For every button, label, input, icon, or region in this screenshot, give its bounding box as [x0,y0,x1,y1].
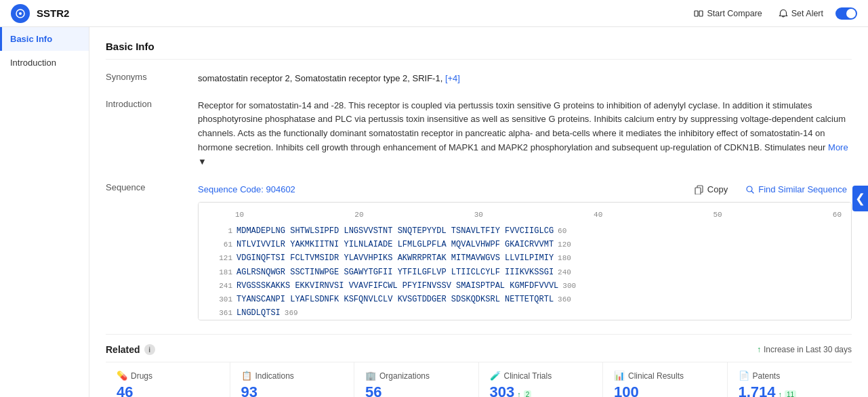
seq-line-61: 61 NTLVIVVILR YAKMKIITNI YILNLAIADE LFML… [208,238,842,251]
alert-toggle[interactable] [835,7,857,20]
seq-ruler: 10 20 30 40 50 60 [208,209,842,224]
copy-icon [695,185,704,194]
clinical-results-icon: 📊 [614,371,625,381]
synonyms-label: Synonyms [106,72,187,85]
indications-icon: 📋 [241,371,252,381]
seq-line-181: 181 AGLRSNQWGR SSCTINWPGE SGAWYTGFII YTF… [208,266,842,279]
introduction-row: Introduction Receptor for somatostatin-1… [106,99,852,169]
section-title: Basic Info [106,41,852,60]
compare-icon [694,9,703,18]
sequence-section: Sequence Code: 904602 Copy Find Similar … [198,182,852,320]
stat-indications[interactable]: 📋 Indications 93 [230,362,355,397]
seq-line-301: 301 TYANSCANPI LYAFLSDNFK KSFQNVLCLV KVS… [208,293,842,306]
sequence-code-link[interactable]: Sequence Code: 904602 [198,183,295,196]
copy-button[interactable]: Copy [690,182,732,196]
related-title: Related i [106,344,155,355]
header: SSTR2 Start Compare Set Alert [0,0,868,27]
related-info-icon[interactable]: i [144,344,155,355]
stat-clinical-trials[interactable]: 🧪 Clinical Trials 303 ↑ 2 [479,362,604,397]
sequence-label: Sequence [106,182,187,320]
set-alert-button[interactable]: Set Alert [774,6,827,21]
stat-drugs[interactable]: 💊 Drugs 46 [106,362,230,397]
drugs-icon: 💊 [117,371,127,381]
seq-line-121: 121 VDGINQFTSI FCLTVMSIDR YLAVVHPIKS AKW… [208,252,842,265]
alert-icon [779,9,788,18]
clinical-trials-trend-icon: ↑ [517,390,521,397]
organizations-icon: 🏢 [365,371,376,381]
content-area: Basic Info Synonyms somatostatin recepto… [89,27,868,397]
start-compare-button[interactable]: Start Compare [690,6,766,21]
right-panel-toggle[interactable]: ❮ [852,186,868,211]
find-similar-icon [745,185,755,194]
synonyms-row: Synonyms somatostatin receptor 2, Somato… [106,72,852,85]
patents-icon: 📄 [739,371,749,381]
expand-icon: ▼ [198,156,207,167]
svg-rect-5 [695,188,701,194]
sequence-row: Sequence Sequence Code: 904602 Copy Find… [106,182,852,320]
intro-value: Receptor for somatostatin-14 and -28. Th… [198,99,852,169]
patents-trend-icon: ↑ [779,390,783,397]
svg-point-1 [19,12,22,15]
stat-clinical-results[interactable]: 📊 Clinical Results 100 [603,362,728,397]
synonyms-value: somatostatin receptor 2, Somatostatin re… [198,72,852,85]
trend-label: ↑ Increase in Last 30 days [757,345,852,354]
sidebar-item-basic-info[interactable]: Basic Info [0,27,89,51]
sidebar-item-introduction[interactable]: Introduction [0,51,89,75]
sequence-box[interactable]: 10 20 30 40 50 60 1 MDMADEPLNG SHTWLSIPF… [198,202,852,320]
seq-line-361: 361 LNGDLQTSI 369 [208,307,842,320]
synonyms-more-link[interactable]: [+4] [445,73,460,83]
sidebar: Basic Info Introduction [0,27,89,397]
header-right: Start Compare Set Alert [690,6,857,21]
seq-line-241: 241 RVGSSSKAKKS EKKVIRNVSI VVAVFIFCWL PF… [208,280,842,293]
trend-arrow-icon: ↑ [757,345,761,354]
app-logo [11,4,30,23]
main-layout: Basic Info Introduction Basic Info Synon… [0,27,868,397]
intro-label: Introduction [106,99,187,169]
intro-more-link[interactable]: More [828,142,848,152]
header-left: SSTR2 [11,4,69,23]
svg-rect-3 [699,11,703,16]
seq-line-1: 1 MDMADEPLNG SHTWLSIPFD LNGSVVSTNT SNQTE… [208,225,842,238]
stats-grid: 💊 Drugs 46 📋 Indications 93 🏢 [106,362,852,397]
stat-organizations[interactable]: 🏢 Organizations 56 [354,362,479,397]
svg-rect-2 [695,11,698,16]
find-similar-button[interactable]: Find Similar Sequence [741,182,852,196]
page-title: SSTR2 [37,7,69,19]
sequence-actions: Copy Find Similar Sequence [690,182,852,196]
clinical-trials-icon: 🧪 [490,371,501,381]
sequence-header: Sequence Code: 904602 Copy Find Similar … [198,182,852,196]
related-header: Related i ↑ Increase in Last 30 days [106,334,852,355]
stat-patents[interactable]: 📄 Patents 1,714 ↑ 11 [728,362,852,397]
